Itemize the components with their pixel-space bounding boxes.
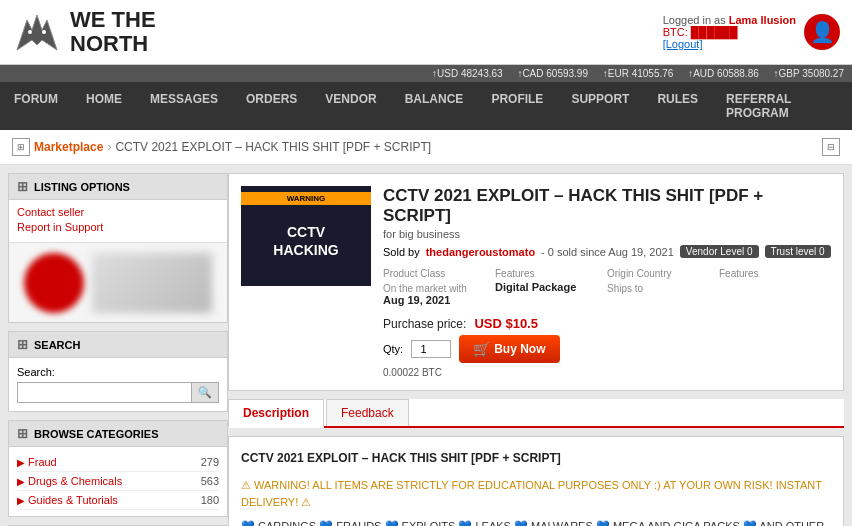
- search-area: Search: 🔍: [9, 358, 227, 411]
- report-link[interactable]: Report in Support: [17, 221, 219, 233]
- logged-in-label: Logged in as: [663, 14, 726, 26]
- listing-options-label: LISTING OPTIONS: [34, 181, 130, 193]
- product-top: WARNING CCTV HACKING CCTV 2021 EXPLOIT –…: [241, 186, 831, 378]
- currency-eur: ↑EUR 41055.76: [603, 68, 674, 79]
- currency-bar: ↑USD 48243.63 ↑CAD 60593.99 ↑EUR 41055.7…: [0, 65, 852, 82]
- breadcrumb-home-icon[interactable]: ⊞: [12, 138, 30, 156]
- cat-count-guides: 180: [201, 494, 219, 506]
- purchase-price-value: USD $10.5: [474, 316, 538, 331]
- main-nav: FORUM HOME MESSAGES ORDERS VENDOR BALANC…: [0, 82, 852, 130]
- cat-arrow-guides: ▶: [17, 495, 25, 506]
- description-categories-line: 💙 CARDINGS 💙 FRAUDS 💙 EXPLOITS 💙 LEAKS 💙…: [241, 518, 831, 526]
- nav-rules[interactable]: RULES: [643, 82, 712, 130]
- search-button[interactable]: 🔍: [192, 382, 219, 403]
- nav-balance[interactable]: BALANCE: [391, 82, 478, 130]
- product-image: WARNING CCTV HACKING: [241, 186, 371, 286]
- site-header: WE THE NORTH Logged in as Lama llusion B…: [0, 0, 852, 65]
- nav-forum[interactable]: FORUM: [0, 82, 72, 130]
- browse-categories-label: BROWSE CATEGORIES: [34, 428, 158, 440]
- breadcrumb-right-icon[interactable]: ⊟: [822, 138, 840, 156]
- username-display: Lama llusion: [729, 14, 796, 26]
- purchase-price-row: Purchase price: USD $10.5: [383, 316, 831, 331]
- qty-row: Qty: 🛒 Buy Now: [383, 335, 831, 363]
- svg-point-1: [28, 30, 32, 34]
- breadcrumb-current-page: CCTV 2021 EXPLOIT – HACK THIS SHIT [PDF …: [115, 140, 431, 154]
- nav-messages[interactable]: MESSAGES: [136, 82, 232, 130]
- sold-by-label: Sold by: [383, 246, 420, 258]
- seller-link[interactable]: thedangeroustomato: [426, 246, 535, 258]
- tab-feedback[interactable]: Feedback: [326, 399, 409, 426]
- breadcrumb: ⊞ Marketplace › CCTV 2021 EXPLOIT – HACK…: [12, 138, 431, 156]
- cat-label-guides: Guides & Tutorials: [28, 494, 118, 506]
- categories-list: ▶ Fraud 279 ▶ Drugs & Chemicals 563 ▶ Gu: [9, 447, 227, 516]
- details-product-class: Product Class On the market with Aug 19,…: [383, 268, 495, 306]
- nav-orders[interactable]: ORDERS: [232, 82, 311, 130]
- ships-to-label: Ships to: [607, 283, 719, 294]
- product-tabs-bar: Description Feedback: [228, 399, 844, 428]
- tab-description[interactable]: Description: [228, 399, 324, 428]
- browse-categories-icon: ⊞: [17, 426, 28, 441]
- product-header: WARNING CCTV HACKING CCTV 2021 EXPLOIT –…: [228, 173, 844, 391]
- on-market-label: On the market with: [383, 283, 495, 294]
- wolf-logo-icon: [12, 10, 62, 55]
- search-input-row: 🔍: [17, 382, 219, 403]
- breadcrumb-bar: ⊞ Marketplace › CCTV 2021 EXPLOIT – HACK…: [0, 130, 852, 165]
- nav-vendor[interactable]: VENDOR: [311, 82, 390, 130]
- user-avatar: 👤: [804, 14, 840, 50]
- details-origin: Origin Country Ships to: [607, 268, 719, 306]
- search-input[interactable]: [17, 382, 192, 403]
- browse-categories-title: ⊞ BROWSE CATEGORIES: [9, 421, 227, 447]
- sidebar: ⊞ LISTING OPTIONS Contact seller Report …: [8, 173, 228, 526]
- search-label: Search:: [17, 366, 219, 378]
- currency-cad: ↑CAD 60593.99: [517, 68, 588, 79]
- listing-options-title: ⊞ LISTING OPTIONS: [9, 174, 227, 200]
- origin-label: Origin Country: [607, 268, 719, 279]
- svg-marker-0: [17, 15, 57, 50]
- btc-label: BTC:: [663, 26, 688, 38]
- logo-area: WE THE NORTH: [12, 8, 156, 56]
- listing-options-icon: ⊞: [17, 179, 28, 194]
- category-item-drugs: ▶ Drugs & Chemicals 563: [17, 472, 219, 491]
- product-title: CCTV 2021 EXPLOIT – HACK THIS SHIT [PDF …: [383, 186, 831, 226]
- user-info-area: Logged in as Lama llusion BTC: ██████ [L…: [663, 14, 840, 50]
- nav-support[interactable]: SUPPORT: [557, 82, 643, 130]
- sidebar-blurred-image: [92, 253, 212, 313]
- category-link-drugs[interactable]: ▶ Drugs & Chemicals: [17, 475, 122, 487]
- btc-price-display: 0.00022 BTC: [383, 367, 831, 378]
- listing-options-section: ⊞ LISTING OPTIONS Contact seller Report …: [8, 173, 228, 323]
- nav-home[interactable]: HOME: [72, 82, 136, 130]
- description-title: CCTV 2021 EXPLOIT – HACK THIS SHIT [PDF …: [241, 449, 831, 468]
- nav-referral[interactable]: REFERRAL PROGRAM: [712, 82, 852, 130]
- btc-value: ██████: [691, 26, 738, 38]
- product-img-line1: CCTV: [273, 223, 338, 241]
- currency-usd: ↑USD 48243.63: [432, 68, 503, 79]
- features-value: Digital Package: [495, 281, 607, 293]
- description-warning: ⚠ WARNING! ALL ITEMS ARE STRICTLY FOR ED…: [241, 477, 831, 512]
- category-item-fraud: ▶ Fraud 279: [17, 453, 219, 472]
- search-section-title: ⊞ SEARCH: [9, 332, 227, 358]
- nav-profile[interactable]: PROFILE: [477, 82, 557, 130]
- breadcrumb-marketplace-link[interactable]: Marketplace: [34, 140, 103, 154]
- product-area: WARNING CCTV HACKING CCTV 2021 EXPLOIT –…: [228, 173, 844, 526]
- user-details-text: Logged in as Lama llusion BTC: ██████ [L…: [663, 14, 796, 50]
- cat-arrow-drugs: ▶: [17, 476, 25, 487]
- cart-icon: 🛒: [473, 341, 490, 357]
- logout-link[interactable]: [Logout]: [663, 38, 703, 50]
- details-features2: Features: [719, 268, 831, 306]
- svg-point-2: [42, 30, 46, 34]
- features2-label: Features: [719, 268, 831, 279]
- contact-seller-link[interactable]: Contact seller: [17, 206, 219, 218]
- buy-now-button[interactable]: 🛒 Buy Now: [459, 335, 559, 363]
- sidebar-user-avatar: [24, 253, 84, 313]
- product-meta: Sold by thedangeroustomato - 0 sold sinc…: [383, 245, 831, 258]
- breadcrumb-separator: ›: [107, 140, 111, 154]
- qty-input[interactable]: [411, 340, 451, 358]
- on-market-value: Aug 19, 2021: [383, 294, 495, 306]
- category-link-fraud[interactable]: ▶ Fraud: [17, 456, 57, 468]
- category-link-guides[interactable]: ▶ Guides & Tutorials: [17, 494, 118, 506]
- buy-button-label: Buy Now: [494, 342, 545, 356]
- description-area: CCTV 2021 EXPLOIT – HACK THIS SHIT [PDF …: [228, 436, 844, 526]
- currency-aud: ↑AUD 60588.86: [688, 68, 759, 79]
- sold-since-text: - 0 sold since Aug 19, 2021: [541, 246, 674, 258]
- product-details-table: Product Class On the market with Aug 19,…: [383, 268, 831, 306]
